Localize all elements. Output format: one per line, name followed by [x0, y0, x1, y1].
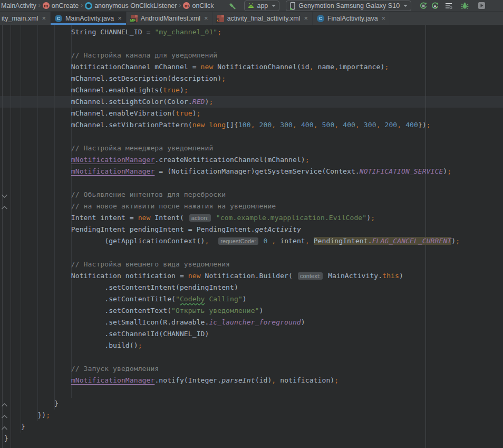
code-segment: mNotificationManager	[71, 156, 155, 164]
close-icon[interactable]: ×	[118, 14, 122, 22]
code-line[interactable]	[4, 351, 460, 363]
code-line[interactable]: }	[4, 433, 460, 444]
chevron-right-icon: ›	[81, 2, 83, 9]
code-line[interactable]: mChannel.enableVibration(true);	[4, 108, 460, 119]
device-label: Genymotion Samsung Galaxy S10	[298, 2, 400, 9]
apply-code-changes-icon[interactable]: A	[429, 1, 441, 11]
code-line[interactable]: mChannel.setDescription(description);	[4, 73, 460, 84]
code-segment: )	[243, 295, 247, 303]
code-segment: long	[209, 121, 226, 129]
code-line[interactable]: .build();	[4, 340, 460, 351]
profile-icon[interactable]	[476, 1, 487, 11]
close-icon[interactable]: ×	[304, 14, 308, 22]
code-line[interactable]: mChannel.setLightColor(Color.RED);	[4, 96, 460, 108]
code-line[interactable]: // Настройка внешнего вида уведомления	[4, 259, 460, 270]
code-line[interactable]: // Запуск уведомления	[4, 363, 460, 375]
java-class-icon: C	[55, 15, 62, 22]
code-line[interactable]: mNotificationManager.createNotificationC…	[4, 154, 460, 166]
code-segment: 400	[405, 121, 418, 129]
tab-activity-final-acttivity-xml[interactable]: x activity_final_acttivity.xml ×	[213, 12, 313, 25]
android-icon	[248, 3, 254, 8]
code-segment: Notification notification =	[4, 272, 188, 280]
device-selector[interactable]: Genymotion Samsung Galaxy S10	[286, 1, 411, 11]
manifest-file-icon: MF	[131, 15, 138, 22]
code-line[interactable]: .setContentTitle("Codeby Calling")	[4, 293, 460, 305]
tab-androidmanifest-xml[interactable]: MF AndroidManifest.xml ×	[127, 12, 213, 25]
close-icon[interactable]: ×	[382, 14, 386, 22]
code-segment: ,	[376, 121, 381, 129]
code-line[interactable]: mChannel.enableLights(true);	[4, 84, 460, 96]
breadcrumb-mainactivity[interactable]: MainActivity	[1, 2, 36, 9]
tab-finalacttivity-java[interactable]: C FinalActtivity.java ×	[313, 12, 390, 25]
code-line[interactable]: // Настройка менеджера уведомлений	[4, 142, 460, 154]
breadcrumb-oncreate[interactable]: m onCreate	[43, 2, 79, 9]
code-line[interactable]: Notification notification = new Notifica…	[4, 270, 460, 282]
tab-mainactivity-java[interactable]: C MainActivity.java ×	[51, 12, 127, 25]
code-editor[interactable]: String CHANNEL_ID = "my_channel_01"; // …	[0, 25, 503, 448]
module-label: app	[257, 2, 268, 9]
code-segment: this	[382, 272, 399, 280]
code-line[interactable]: .setSmallIcon(R.drawable.ic_launcher_for…	[4, 317, 460, 328]
code-line[interactable]: }	[4, 421, 460, 433]
code-line[interactable]: mChannel.setVibrationPattern(new long[]{…	[4, 119, 460, 131]
close-icon[interactable]: ×	[42, 14, 46, 22]
java-class-icon: C	[317, 15, 324, 22]
debug-icon[interactable]	[459, 1, 470, 11]
code-line[interactable]: });	[4, 409, 460, 421]
code-line[interactable]: // на новое активити после нажатия на ув…	[4, 201, 460, 212]
anonymous-class-icon	[85, 2, 92, 9]
close-icon[interactable]: ×	[204, 14, 208, 22]
code-line[interactable]: mNotificationManager = (NotificationMana…	[4, 166, 460, 177]
code-line[interactable]	[4, 131, 460, 142]
android-studio-window: { "breadcrumbs": { "items": [ {"label": …	[0, 0, 503, 448]
code-line[interactable]: .setContentText("Открыть уведомление")	[4, 305, 460, 317]
breadcrumb-label: onCreate	[52, 2, 79, 9]
code-line[interactable]	[4, 386, 460, 398]
code-line[interactable]: }	[4, 398, 460, 409]
breadcrumb-onclick[interactable]: m onClick	[183, 2, 214, 9]
code-segment: 400	[301, 121, 314, 129]
code-line[interactable]: Intent intent = new Intent( action: "com…	[4, 212, 460, 224]
tab-label: FinalActtivity.java	[327, 15, 378, 22]
method-icon: m	[183, 2, 190, 9]
code-segment: parseInt	[221, 376, 255, 384]
code-line[interactable]	[4, 177, 460, 189]
code-segment: ;	[384, 63, 389, 71]
module-selector[interactable]: app	[244, 1, 279, 11]
parameter-hint: context:	[298, 272, 323, 280]
code-segment	[255, 121, 259, 129]
chevron-down-icon	[403, 5, 408, 7]
code-line[interactable]: // Обьявление интентов для переброски	[4, 189, 460, 201]
code-line[interactable]: NotificationChannel mChannel = new Notif…	[4, 61, 460, 73]
breadcrumb-anonymous-onclicklistener[interactable]: anonymous OnClickListener	[85, 2, 177, 9]
code-line[interactable]	[4, 247, 460, 259]
code-segment	[381, 121, 385, 129]
code-segment	[4, 260, 71, 268]
code-segment: ;	[334, 376, 338, 384]
phone-icon	[289, 2, 296, 10]
code-segment: ;	[138, 341, 142, 349]
code-segment: .build()	[4, 341, 138, 349]
code-line[interactable]: (getApplicationContext(), requestCode: 0…	[4, 235, 460, 247]
code-segment: mChannel.enableLights(	[4, 86, 163, 94]
code-line[interactable]: .setContentIntent(pendingIntent)	[4, 282, 460, 293]
tab-label: AndroidManifest.xml	[141, 15, 200, 22]
apply-changes-icon[interactable]	[418, 1, 429, 11]
code-line[interactable]	[4, 38, 460, 50]
code-line[interactable]: mNotificationManager.notify(Integer.pars…	[4, 375, 460, 386]
code-line[interactable]: String CHANNEL_ID = "my_channel_01";	[4, 26, 460, 38]
code-segment: mChannel.enableVibration(	[4, 109, 176, 117]
code-line[interactable]: // Настройка канала для уведомлений	[4, 50, 460, 61]
code-segment: getActivity	[255, 225, 301, 233]
code-segment: new	[201, 63, 214, 71]
code-segment	[297, 121, 301, 129]
code-segment: = (NotificationManager)getSystemService(…	[154, 167, 359, 175]
code-line[interactable]: PendingIntent pendingIntent = PendingInt…	[4, 224, 460, 235]
code-segment: new	[138, 214, 151, 222]
attach-debugger-list-icon[interactable]	[443, 1, 454, 11]
build-hammer-icon[interactable]	[226, 1, 238, 11]
tab-activity-main-xml[interactable]: ity_main.xml ×	[0, 12, 51, 25]
code-segment: // Запуск уведомления	[71, 365, 159, 373]
code-segment: }	[4, 434, 8, 442]
code-line[interactable]: .setChannelId(CHANNEL_ID)	[4, 328, 460, 340]
